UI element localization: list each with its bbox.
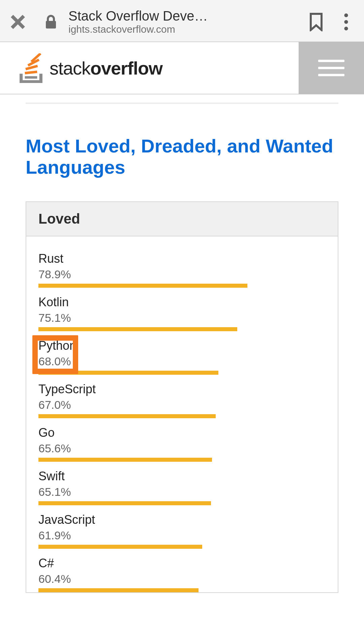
- chart-row: JavaScript61.9%: [26, 513, 338, 549]
- chart-row-value: 67.0%: [38, 398, 326, 411]
- chart-row-value: 65.1%: [38, 485, 326, 499]
- kebab-menu-icon[interactable]: [338, 12, 355, 31]
- chart-row-value: 65.6%: [38, 442, 326, 455]
- chart-row: Go65.6%: [26, 426, 338, 462]
- url-title-zone[interactable]: Stack Overflow Develop… ights.stackoverf…: [68, 8, 298, 35]
- svg-point-4: [344, 20, 348, 24]
- chart-row-value: 78.9%: [38, 268, 326, 281]
- chart-row-bar: [38, 545, 202, 549]
- hamburger-menu-button[interactable]: [299, 42, 364, 94]
- chart-row-label: Go: [38, 426, 326, 440]
- chart-row: C#60.4%: [26, 556, 338, 592]
- svg-rect-8: [25, 64, 38, 70]
- svg-rect-2: [46, 21, 56, 29]
- logo-text: stackoverflow: [50, 58, 162, 79]
- section-title: Most Loved, Dreaded, and Wanted Language…: [26, 136, 338, 178]
- chart-card: Loved Rust78.9%Kotlin75.1%Python68.0%Typ…: [26, 201, 338, 593]
- chart-row: TypeScript67.0%: [26, 382, 338, 418]
- chart-row-label: Python: [38, 339, 326, 353]
- bookmark-icon[interactable]: [308, 12, 324, 31]
- svg-rect-7: [25, 70, 37, 74]
- svg-rect-6: [25, 76, 37, 78]
- chart-bars: Rust78.9%Kotlin75.1%Python68.0%TypeScrip…: [26, 236, 338, 592]
- chart-row-bar: [38, 414, 216, 418]
- svg-point-3: [344, 13, 348, 17]
- stackoverflow-logo-icon: [19, 53, 43, 83]
- chart-row-label: C#: [38, 556, 326, 570]
- highlight-annotation: [32, 335, 78, 374]
- lock-icon: [45, 15, 57, 29]
- close-icon[interactable]: [9, 13, 26, 30]
- logo-text-bold: overflow: [90, 58, 162, 78]
- logo-text-prefix: stack: [50, 58, 90, 78]
- site-logo[interactable]: stackoverflow: [0, 53, 162, 83]
- divider: [26, 103, 338, 104]
- chart-row: Swift65.1%: [26, 469, 338, 505]
- chart-row: Rust78.9%: [26, 252, 338, 288]
- chart-row-value: 75.1%: [38, 311, 326, 324]
- chart-row-label: Kotlin: [38, 295, 326, 309]
- chart-row-value: 68.0%: [38, 355, 326, 368]
- chart-row-bar: [38, 458, 212, 462]
- chart-row-bar: [38, 588, 199, 592]
- chart-row-label: Swift: [38, 469, 326, 483]
- chart-row-value: 61.9%: [38, 529, 326, 542]
- chart-row-bar: [38, 501, 211, 505]
- chart-row-label: JavaScript: [38, 513, 326, 527]
- chart-row-bar: [38, 327, 237, 331]
- browser-bar: Stack Overflow Develop… ights.stackoverf…: [0, 0, 364, 42]
- chart-tab-label: Loved: [38, 211, 326, 227]
- chart-row-bar: [38, 284, 247, 288]
- svg-point-5: [344, 27, 348, 30]
- chart-row-label: TypeScript: [38, 382, 326, 396]
- url-fragment: ights.stackoverflow.com: [68, 24, 298, 35]
- page-content: Most Loved, Dreaded, and Wanted Language…: [0, 103, 364, 593]
- chart-tab-header[interactable]: Loved: [26, 202, 338, 236]
- chart-row-value: 60.4%: [38, 572, 326, 586]
- page-title-text: Stack Overflow Develop…: [68, 8, 210, 24]
- chart-row: Kotlin75.1%: [26, 295, 338, 331]
- chart-row-label: Rust: [38, 252, 326, 266]
- site-header: stackoverflow: [0, 42, 364, 94]
